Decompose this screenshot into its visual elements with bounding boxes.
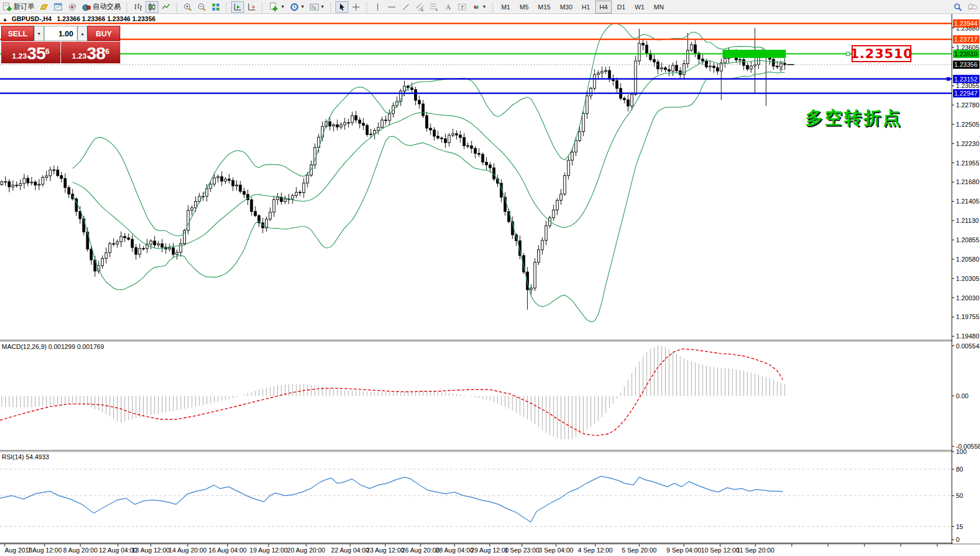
svg-text:A: A	[446, 3, 451, 11]
fibonacci-tool-button[interactable]: F	[428, 1, 440, 13]
timeframe-button-m5[interactable]: M5	[516, 1, 533, 13]
timeframe-button-h4[interactable]: H4	[595, 1, 612, 13]
buy-price-sup: 6	[105, 43, 109, 60]
zoom-out-icon	[197, 2, 206, 12]
search-button[interactable]	[951, 1, 964, 13]
profiles-button[interactable]: ▼	[288, 1, 307, 13]
price-tick-label: 1.21130	[956, 217, 979, 224]
time-tick-label: 5 Sep 20:00	[622, 547, 656, 554]
timeframe-button-m15[interactable]: M15	[534, 1, 554, 13]
price-tick-label: 1.22230	[956, 140, 979, 147]
candlestick-icon	[147, 2, 157, 12]
timeframe-button-m1[interactable]: M1	[497, 1, 514, 13]
sell-price-sup: 6	[45, 43, 49, 60]
rsi-indicator-label: RSI(14) 54.4933	[2, 453, 49, 460]
price-level-flag[interactable]: 1.23510	[852, 45, 911, 62]
toolbar-group-handle[interactable]	[225, 2, 229, 12]
volume-input[interactable]: 1.00	[44, 26, 77, 41]
chart-canvas[interactable]: 1.238801.236051.230551.227801.225051.222…	[0, 0, 980, 556]
dropdown-caret-icon: ▼	[482, 4, 487, 9]
price-tick-label: 1.20580	[956, 256, 979, 263]
clock-icon	[290, 2, 299, 12]
line-chart-button[interactable]	[160, 1, 172, 13]
crosshair-tool-button[interactable]	[350, 1, 362, 13]
one-click-trading-panel: SELL ▼ 1.00 ▲ BUY 1.23 35 6 1.23 38 6	[1, 26, 120, 63]
timeframe-button-m30[interactable]: M30	[556, 1, 577, 13]
price-tick-label: 1.20855	[956, 236, 979, 243]
buy-price-display[interactable]: 1.23 38 6	[61, 42, 120, 63]
vertical-line-tool-button[interactable]	[371, 1, 384, 13]
axis-label: 0.00	[956, 392, 968, 399]
autotrading-button[interactable]: 自动交易	[80, 1, 123, 13]
toolbar-group-handle[interactable]	[175, 2, 179, 12]
text-tool-button[interactable]: A	[442, 1, 455, 13]
timeframe-button-h1[interactable]: H1	[578, 1, 594, 13]
time-tick-label: 10 Sep 12:00	[701, 547, 739, 554]
chart-shift-button[interactable]	[245, 1, 258, 13]
templates-button[interactable]: ▼	[308, 1, 327, 13]
cursor-tool-button[interactable]	[335, 1, 348, 13]
macd-indicator-label: MACD(12,26,9) 0.001299 0.001769	[2, 343, 104, 350]
trendline-tool-button[interactable]	[399, 1, 412, 13]
time-tick-label: 7 Aug 12:00	[28, 547, 62, 554]
time-tick-label: 8 Aug 20:00	[63, 547, 98, 554]
arrows-icon	[472, 2, 481, 12]
zoom-in-button[interactable]	[181, 1, 194, 13]
text-label-tool-button[interactable]: T	[456, 1, 469, 13]
bar-chart-button[interactable]	[131, 1, 144, 13]
hline-handle-square[interactable]	[947, 77, 950, 81]
ohlc-values: 1.23366 1.23366 1.23346 1.23356	[57, 15, 155, 22]
buy-button[interactable]: BUY	[87, 26, 120, 41]
dropdown-caret-icon: ▼	[320, 4, 325, 9]
time-tick-label: 26 Aug 20:00	[402, 547, 440, 554]
toolbar-group-handle[interactable]	[329, 2, 333, 12]
auto-scroll-button[interactable]	[231, 1, 244, 13]
price-tick-label: 1.19755	[956, 313, 979, 320]
timeframe-button-d1[interactable]: D1	[613, 1, 629, 13]
hline-handle-square[interactable]	[846, 52, 850, 56]
price-tick-label: 1.20030	[956, 294, 979, 301]
axis-label: 0.005543	[956, 343, 980, 350]
toolbar-group-handle[interactable]	[491, 2, 495, 12]
toolbar: 新订单 自动交易 ▼ ▼ ▼ E F A T ▼ M1M5M15M30H1H4D…	[0, 0, 980, 14]
price-tick-label: 1.19480	[956, 333, 979, 340]
time-tick-label: 14 Aug 20:00	[169, 547, 207, 554]
data-window-button[interactable]	[52, 1, 65, 13]
market-watch-icon	[39, 2, 49, 12]
price-tick-label: 1.20305	[956, 275, 979, 282]
price-badge-label: 1.23510	[954, 50, 978, 57]
sell-button[interactable]: SELL	[1, 26, 34, 41]
market-watch-button[interactable]	[38, 1, 50, 13]
arrows-tool-button[interactable]: ▼	[470, 1, 489, 13]
time-tick-label: 19 Aug 12:00	[250, 547, 288, 554]
collapse-panel-arrow-icon[interactable]: ▲	[2, 16, 8, 22]
new-chart-button[interactable]: ▼	[267, 1, 287, 13]
new-order-button[interactable]: 新订单	[1, 1, 36, 13]
toolbar-group-handle[interactable]	[365, 2, 369, 12]
new-order-icon	[2, 2, 12, 12]
sell-price-big: 35	[27, 45, 45, 62]
navigator-button[interactable]	[66, 1, 79, 13]
time-tick-label: 16 Aug 04:00	[209, 547, 247, 554]
tile-windows-button[interactable]	[209, 1, 222, 13]
line-chart-icon	[161, 2, 171, 12]
channel-tool-button[interactable]: E	[413, 1, 426, 13]
chat-icon	[967, 2, 978, 12]
sell-price-display[interactable]: 1.23 35 6	[1, 42, 60, 63]
candlestick-chart-button[interactable]	[145, 1, 158, 13]
buy-price-small: 1.23	[72, 50, 87, 62]
equidistant-channel-icon: E	[415, 2, 425, 12]
axis-label: 50	[956, 492, 963, 499]
volume-increase-button[interactable]: ▲	[77, 26, 87, 41]
chat-button[interactable]	[965, 1, 979, 13]
volume-decrease-button[interactable]: ▼	[34, 26, 44, 41]
zoom-out-button[interactable]	[195, 1, 208, 13]
timeframe-button-mn[interactable]: MN	[650, 1, 668, 13]
time-tick-label: 23 Aug 12:00	[367, 547, 405, 554]
horizontal-line-tool-button[interactable]	[385, 1, 398, 13]
toolbar-group-handle[interactable]	[125, 2, 129, 12]
toolbar-group-handle[interactable]	[260, 2, 265, 12]
signal-icon	[67, 2, 77, 12]
timeframe-button-w1[interactable]: W1	[630, 1, 649, 13]
trendline-icon	[401, 2, 411, 12]
